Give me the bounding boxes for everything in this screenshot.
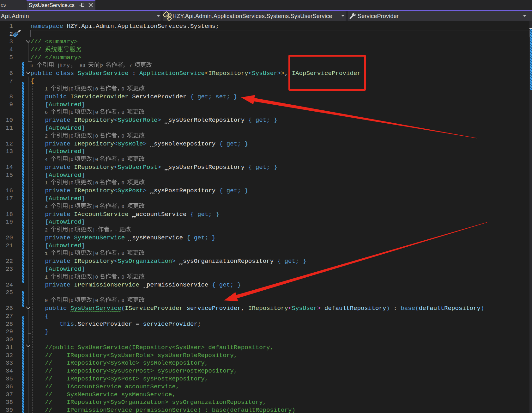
svg-text:6: 6	[45, 110, 48, 115]
svg-text:4: 4	[45, 157, 48, 163]
svg-text:0: 0	[122, 204, 124, 209]
svg-text:7: 7	[129, 63, 132, 68]
svg-text:0: 0	[45, 298, 48, 304]
svg-text:|0: |0	[68, 228, 74, 233]
svg-text:4: 4	[45, 204, 48, 209]
svg-text:6: 6	[31, 63, 33, 68]
svg-text:0: 0	[122, 87, 124, 92]
svg-text:-: -	[115, 228, 118, 233]
svg-text:0: 0	[122, 274, 124, 280]
svg-text:|0: |0	[68, 274, 74, 280]
svg-text:|0: |0	[68, 298, 74, 304]
svg-text:1: 1	[45, 87, 48, 92]
svg-text:|0: |0	[68, 204, 74, 209]
svg-text:2: 2	[100, 63, 103, 68]
svg-text:83: 83	[80, 63, 85, 68]
svg-text:|0: |0	[68, 133, 74, 139]
svg-text:0: 0	[122, 157, 124, 163]
svg-text:|0: |0	[93, 251, 98, 256]
svg-text:|0: |0	[93, 157, 98, 163]
svg-text:hzy: hzy	[59, 63, 70, 68]
svg-text:|0: |0	[93, 181, 98, 186]
svg-text:|0: |0	[93, 133, 98, 139]
svg-text:0: 0	[122, 133, 124, 139]
svg-text:0: 0	[122, 298, 124, 304]
svg-text:1: 1	[45, 274, 48, 280]
svg-text:0: 0	[122, 110, 124, 115]
svg-text:|0: |0	[68, 181, 74, 186]
svg-text:|0: |0	[93, 87, 98, 92]
svg-text:|0: |0	[93, 204, 98, 209]
svg-text:|0: |0	[68, 110, 74, 115]
svg-text:|0: |0	[93, 274, 98, 280]
svg-text:0: 0	[122, 251, 124, 256]
svg-text:2: 2	[45, 228, 48, 233]
svg-text:2: 2	[45, 133, 48, 139]
svg-text:1: 1	[45, 251, 48, 256]
svg-text:0: 0	[122, 181, 124, 186]
svg-text:|0: |0	[68, 157, 74, 163]
svg-text:|0: |0	[93, 298, 98, 304]
svg-text:|0: |0	[68, 87, 74, 92]
svg-text:|0: |0	[68, 251, 74, 256]
svg-text:|-: |-	[93, 228, 98, 233]
svg-text:|0: |0	[93, 110, 98, 115]
svg-text:1: 1	[45, 181, 48, 186]
